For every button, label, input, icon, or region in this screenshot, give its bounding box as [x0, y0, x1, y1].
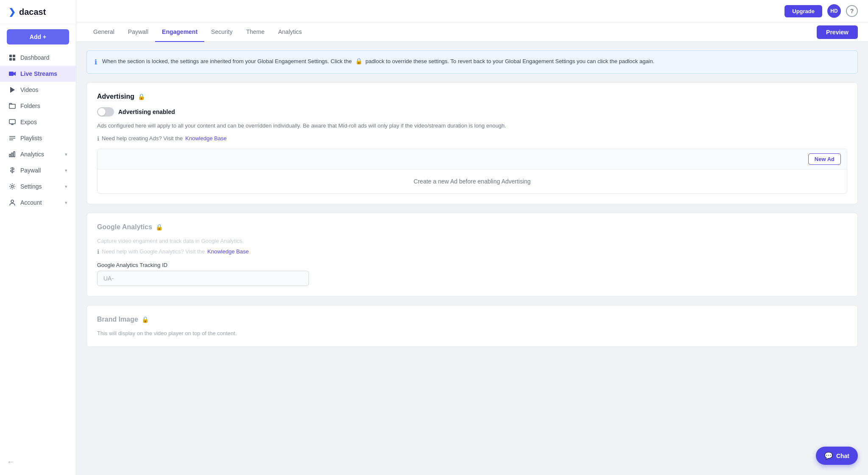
chat-label: Chat — [836, 453, 849, 459]
google-analytics-description: Capture video engament and track data in… — [97, 238, 847, 244]
small-info-icon: ℹ — [97, 135, 99, 142]
sidebar-item-label: Playlists — [20, 135, 42, 142]
video-icon — [8, 70, 16, 78]
svg-rect-10 — [11, 153, 13, 157]
ad-table-area: New Ad Create a new Ad before enabling A… — [97, 149, 847, 194]
svg-rect-0 — [9, 55, 12, 57]
info-banner: ℹ When the section is locked, the settin… — [86, 50, 858, 74]
brand-image-title: Brand Image 🔒 — [97, 316, 847, 323]
sidebar-item-label: Videos — [20, 86, 39, 93]
logo: ❯ dacast — [0, 0, 76, 24]
user-icon — [8, 199, 16, 206]
avatar[interactable]: HD — [827, 4, 841, 18]
play-icon — [8, 86, 16, 94]
advertising-title: Advertising 🔒 — [97, 93, 847, 100]
google-analytics-lock-icon: 🔒 — [156, 224, 163, 231]
tab-general[interactable]: General — [86, 22, 121, 42]
chat-icon: 💬 — [824, 452, 833, 460]
bar-chart-icon — [8, 150, 16, 158]
preview-button[interactable]: Preview — [817, 25, 858, 39]
google-analytics-title: Google Analytics 🔒 — [97, 223, 847, 231]
monitor-icon — [8, 118, 16, 126]
tab-analytics[interactable]: Analytics — [271, 22, 309, 42]
topbar: Upgrade HD ? — [76, 0, 868, 22]
content-area: General Paywall Engagement Security Them… — [76, 22, 868, 475]
info-banner-text: When the section is locked, the settings… — [102, 57, 654, 66]
google-analytics-knowledge-base-link[interactable]: Knowledge Base — [207, 248, 249, 255]
svg-rect-9 — [9, 154, 11, 157]
sidebar-item-label: Folders — [20, 103, 40, 109]
grid-icon — [8, 54, 16, 61]
sidebar: ❯ dacast Add + Dashboard Live Streams Vi… — [0, 0, 76, 475]
svg-point-13 — [11, 200, 14, 203]
logo-text: dacast — [19, 7, 46, 17]
sidebar-item-paywall[interactable]: Paywall ▾ — [0, 162, 76, 178]
add-button[interactable]: Add + — [7, 29, 69, 44]
advertising-description: Ads configured here will apply to all yo… — [97, 122, 847, 130]
svg-rect-2 — [9, 58, 12, 61]
google-analytics-section: Google Analytics 🔒 Capture video engamen… — [86, 213, 858, 297]
brand-image-description: This will display on the video player on… — [97, 330, 847, 336]
brand-image-lock-icon: 🔒 — [142, 316, 149, 323]
sidebar-item-videos[interactable]: Videos — [0, 82, 76, 98]
svg-rect-3 — [13, 58, 15, 61]
svg-rect-11 — [14, 152, 15, 157]
logo-icon: ❯ — [8, 7, 16, 17]
gear-icon — [8, 183, 16, 190]
chevron-down-icon: ▾ — [65, 184, 67, 189]
sidebar-item-label: Settings — [20, 183, 42, 190]
sidebar-item-settings[interactable]: Settings ▾ — [0, 178, 76, 194]
svg-rect-5 — [9, 119, 15, 124]
ad-table-header: New Ad — [97, 149, 847, 169]
sidebar-item-playlists[interactable]: Playlists — [0, 130, 76, 146]
tracking-id-input[interactable] — [97, 271, 309, 286]
sidebar-item-live-streams[interactable]: Live Streams — [0, 66, 76, 82]
advertising-toggle-label: Advertising enabled — [118, 108, 175, 115]
chevron-down-icon: ▾ — [65, 200, 67, 206]
list-icon — [8, 134, 16, 142]
google-analytics-help-row: ℹ Need help with Google Analytics? Visit… — [97, 248, 847, 255]
sidebar-item-folders[interactable]: Folders — [0, 98, 76, 114]
chevron-down-icon: ▾ — [65, 168, 67, 173]
new-ad-button[interactable]: New Ad — [808, 153, 841, 165]
sidebar-collapse-button[interactable]: ← — [7, 458, 14, 467]
tracking-id-group: Google Analytics Tracking ID — [97, 262, 847, 286]
dollar-icon — [8, 167, 16, 174]
sidebar-item-label: Expos — [20, 119, 37, 125]
sidebar-item-label: Live Streams — [20, 70, 57, 77]
sidebar-item-label: Dashboard — [20, 54, 50, 61]
sidebar-item-dashboard[interactable]: Dashboard — [0, 50, 76, 66]
sidebar-item-label: Account — [20, 199, 42, 206]
small-info-icon-ga: ℹ — [97, 248, 99, 255]
sidebar-item-label: Paywall — [20, 167, 41, 174]
chevron-down-icon: ▾ — [65, 152, 67, 157]
svg-point-12 — [11, 186, 14, 188]
svg-rect-1 — [13, 55, 15, 57]
advertising-lock-icon: 🔒 — [138, 93, 145, 100]
advertising-help-row: ℹ Need help creating Ads? Visit the Know… — [97, 135, 847, 142]
tab-security[interactable]: Security — [204, 22, 239, 42]
tab-theme[interactable]: Theme — [239, 22, 272, 42]
upgrade-button[interactable]: Upgrade — [785, 5, 822, 17]
tab-engagement[interactable]: Engagement — [155, 22, 204, 42]
tab-paywall[interactable]: Paywall — [121, 22, 155, 42]
tracking-id-label: Google Analytics Tracking ID — [97, 262, 847, 268]
svg-rect-4 — [9, 72, 14, 76]
advertising-knowledge-base-link[interactable]: Knowledge Base — [185, 135, 227, 142]
sidebar-item-label: Analytics — [20, 151, 44, 158]
help-button[interactable]: ? — [846, 5, 858, 17]
sidebar-item-account[interactable]: Account ▾ — [0, 194, 76, 211]
sidebar-item-expos[interactable]: Expos — [0, 114, 76, 130]
advertising-toggle[interactable] — [97, 107, 114, 117]
advertising-section: Advertising 🔒 Advertising enabled Ads co… — [86, 82, 858, 204]
sidebar-nav: Dashboard Live Streams Videos Folders — [0, 50, 76, 211]
folder-icon — [8, 102, 16, 110]
advertising-toggle-row: Advertising enabled — [97, 107, 847, 117]
ad-empty-message: Create a new Ad before enabling Advertis… — [97, 169, 847, 193]
chat-button[interactable]: 💬 Chat — [816, 447, 858, 465]
main-area: Upgrade HD ? General Paywall Engagement … — [76, 0, 868, 475]
info-icon: ℹ — [95, 57, 97, 67]
sidebar-item-analytics[interactable]: Analytics ▾ — [0, 146, 76, 162]
brand-image-section: Brand Image 🔒 This will display on the v… — [86, 305, 858, 347]
tabs-bar: General Paywall Engagement Security Them… — [76, 22, 868, 42]
